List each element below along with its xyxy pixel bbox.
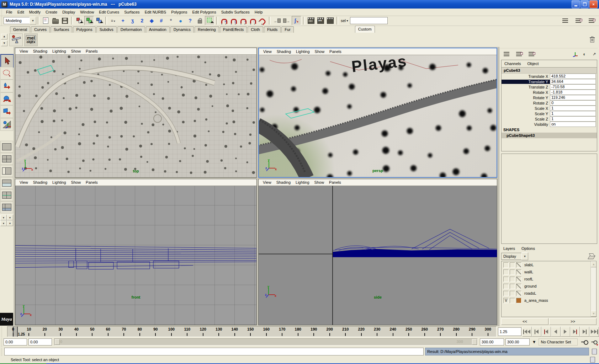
channel-attr-value[interactable]: 1 (550, 111, 596, 116)
mask-rendering-button[interactable]: ● (176, 16, 185, 25)
quick-select-dropdown-icon[interactable]: ▼ (346, 20, 349, 22)
layer-row[interactable]: roadsL (502, 290, 596, 297)
script-editor-button[interactable] (590, 347, 599, 356)
channel-attr-label[interactable]: Rotate Y (502, 96, 550, 100)
playback-start-field[interactable] (28, 338, 52, 346)
go-to-end-button[interactable] (589, 327, 599, 337)
viewport-menu-panels[interactable]: Panels (84, 180, 100, 185)
layer-color-swatch[interactable] (516, 291, 521, 296)
layer-row[interactable]: Va_area_mass (502, 297, 596, 304)
layout-four-view-button[interactable] (0, 153, 13, 165)
viewport-menu-shading[interactable]: Shading (274, 180, 293, 185)
mask-dynamics-button[interactable]: * (166, 16, 175, 25)
channel-attr-value[interactable]: -1.818 (550, 90, 596, 95)
menu-modify[interactable]: Modify (27, 9, 43, 15)
channel-manipulator-mode-3[interactable] (527, 50, 536, 58)
select-tool-button[interactable] (0, 54, 14, 68)
layer-color-swatch[interactable] (516, 277, 521, 282)
current-time-field[interactable] (498, 327, 521, 336)
right-panel-drag-handle[interactable] (500, 47, 598, 49)
layout-hypershade-persp-button[interactable] (0, 189, 13, 201)
snap-curve-button[interactable]: ζ (229, 16, 238, 25)
channel-attr-label[interactable]: Rotate Z (502, 101, 550, 105)
shelf-tab-fluids[interactable]: Fluids (264, 26, 281, 33)
viewport-menu-view[interactable]: View (17, 48, 30, 54)
shelf-trash-button[interactable] (589, 36, 595, 44)
menu-display[interactable]: Display (60, 9, 78, 15)
channel-attr-label[interactable]: Translate Z (502, 85, 550, 89)
layers-menu-layers[interactable]: Layers (503, 246, 515, 251)
channel-manipulator-mode-1[interactable] (502, 50, 511, 58)
menu-edit[interactable]: Edit (15, 9, 27, 15)
manip-axis-button[interactable] (571, 50, 579, 58)
layer-name[interactable]: roadsL (523, 291, 536, 295)
snap-grid-button[interactable]: # (220, 16, 229, 25)
layer-playback-toggle[interactable] (510, 277, 515, 282)
layers-menu-options[interactable]: Options (521, 246, 535, 251)
character-set-box[interactable]: No Character Set (539, 338, 577, 346)
move-tool-button[interactable] (0, 80, 13, 92)
channel-attr-label[interactable]: Scale Z (502, 117, 550, 121)
menu-set-dropdown-icon[interactable]: ▼ (30, 17, 36, 25)
menu-window[interactable]: Window (78, 9, 96, 15)
channel-attr-label[interactable]: Scale Y (502, 112, 550, 116)
step-forward-key-button[interactable] (570, 327, 580, 337)
snap-plane-button[interactable]: □ (249, 16, 258, 25)
menubar-drag-handle[interactable] (1, 9, 3, 15)
shelf-tab-animation[interactable]: Animation (146, 26, 170, 33)
speed-slow-button[interactable]: ◐ (580, 50, 589, 58)
shelf-item-mel-objexport-button[interactable]: mel objEx (24, 33, 38, 46)
menu-edit-polygons[interactable]: Edit Polygons (190, 9, 218, 15)
layout-persp-graph-outliner-button[interactable] (0, 201, 13, 213)
viewport-menu-shading[interactable]: Shading (31, 180, 49, 185)
shelf-tab-painteffects[interactable]: PaintEffects (220, 26, 247, 33)
layer-color-swatch[interactable] (516, 269, 521, 275)
output-connections-button[interactable]: → (282, 16, 291, 25)
layer-row[interactable]: ground (502, 283, 596, 290)
lock-selection-button[interactable] (195, 16, 204, 25)
layer-visibility-toggle[interactable]: V (503, 298, 509, 303)
mask-curves-button[interactable]: 2 (138, 16, 147, 25)
shelf-tab-polygons[interactable]: Polygons (73, 26, 95, 33)
menu-file[interactable]: File (4, 9, 15, 15)
layout-dropdown-2[interactable]: ▼ (7, 215, 13, 220)
create-layer-icon[interactable] (588, 253, 595, 259)
layer-name[interactable]: ground (523, 284, 536, 288)
render-globals-button[interactable] (326, 16, 335, 25)
help-line-toggle-button[interactable] (588, 355, 597, 364)
viewport-menu-show[interactable]: Show (312, 180, 327, 185)
playback-range-slider[interactable]: 0 300 (54, 338, 478, 346)
command-line-input[interactable] (4, 348, 424, 355)
viewport-top-canvas[interactable]: top yxz (15, 55, 256, 177)
shelf-tab-dynamics[interactable]: Dynamics (170, 26, 194, 33)
scale-tool-button[interactable] (0, 105, 13, 118)
layer-name[interactable]: a_area_mass (523, 298, 548, 303)
channel-attr-value[interactable]: on (550, 122, 596, 127)
layout-dropdown-1[interactable]: ▼ (0, 215, 7, 220)
channel-attr-label[interactable]: Translate Y (502, 80, 550, 84)
shelf-tab-deformation[interactable]: Deformation (117, 26, 145, 33)
viewport-menu-panels[interactable]: Panels (327, 49, 344, 54)
menu-subdiv-surfaces[interactable]: Subdiv Surfaces (219, 9, 252, 15)
layout-dropdown-4[interactable]: ▼ (7, 220, 13, 226)
channel-attr-value[interactable]: 0 (550, 100, 596, 106)
speed-fast-button[interactable]: ↗ (590, 50, 599, 58)
channel-box-toggle[interactable] (587, 16, 596, 25)
layer-row[interactable]: roofL (502, 275, 596, 283)
selected-object-outline[interactable] (286, 108, 314, 118)
quick-select-input[interactable] (350, 17, 388, 24)
time-slider-ruler[interactable]: 1.25 01020304050607080901001101201301401… (7, 326, 497, 337)
open-scene-button[interactable] (51, 16, 60, 25)
mask-misc-button[interactable]: ? (186, 16, 195, 25)
minimize-button[interactable] (572, 0, 580, 8)
construction-history-button[interactable]: ʃ↘ (292, 16, 301, 25)
layer-visibility-toggle[interactable] (503, 284, 509, 289)
channel-attr-value[interactable]: 34.664 (550, 79, 596, 84)
selected-object-outline[interactable] (37, 65, 54, 75)
character-set-dropdown-icon[interactable]: ▼ (530, 339, 539, 344)
go-to-start-button[interactable] (522, 327, 532, 337)
shelf-tab-down-button[interactable]: ▼ (1, 41, 7, 46)
viewport-side-canvas[interactable]: side yxz (259, 186, 497, 325)
viewport-menu-show[interactable]: Show (313, 49, 327, 54)
range-start-handle[interactable] (55, 339, 60, 345)
